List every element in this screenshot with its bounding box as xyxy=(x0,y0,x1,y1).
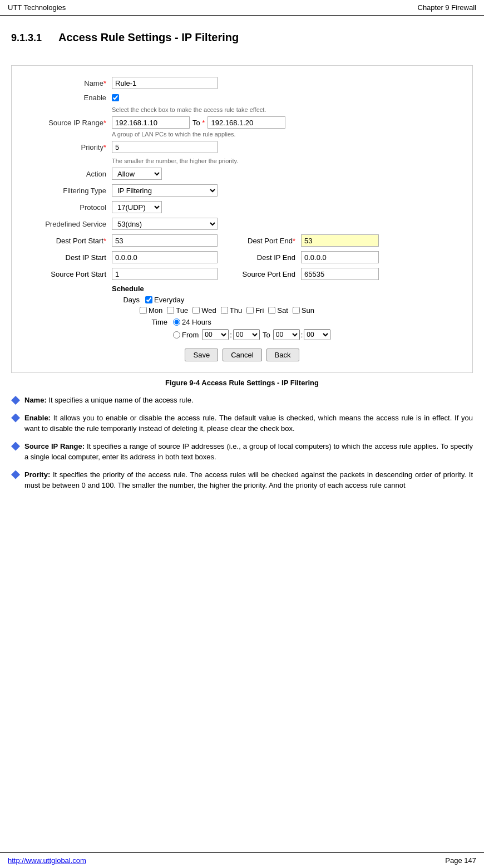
sat-label[interactable]: Sat xyxy=(268,306,288,315)
source-port-end-input[interactable] xyxy=(301,268,379,280)
dest-ip-start-col: Dest IP Start xyxy=(28,251,218,263)
dest-ip-start-label: Dest IP Start xyxy=(28,253,106,262)
desc-priority-text: Prority: It specifies the priority of th… xyxy=(24,469,473,491)
everyday-checkbox[interactable] xyxy=(145,296,152,303)
page-footer: http://www.uttglobal.com Page 147 xyxy=(0,852,484,868)
tue-checkbox[interactable] xyxy=(167,307,174,314)
page-number: Page 147 xyxy=(445,856,476,865)
source-ip-start-input[interactable] xyxy=(112,116,190,129)
desc-name-body: It specifies a unique name of the access… xyxy=(48,396,193,404)
header-right: Chapter 9 Firewall xyxy=(418,3,477,12)
action-label: Action xyxy=(28,170,106,178)
24h-radio[interactable] xyxy=(173,318,180,326)
dest-ip-end-input[interactable] xyxy=(301,251,379,263)
time-label-row: Time 24 Hours xyxy=(140,318,456,326)
action-select[interactable]: Allow Deny xyxy=(112,168,162,180)
desc-name-term: Name: xyxy=(24,396,47,404)
enable-hint: Select the check box to make the access … xyxy=(112,106,456,113)
diamond-icon-name xyxy=(11,396,20,405)
schedule-label: Schedule xyxy=(112,285,456,293)
form-container: Name* Enable Select the check box to mak… xyxy=(11,65,473,373)
from-hour-select[interactable]: 0001020304 0506070809 101112 xyxy=(202,329,229,340)
to-label: To * xyxy=(192,119,205,127)
sat-checkbox[interactable] xyxy=(268,307,275,314)
diamond-icon-source-ip xyxy=(11,442,20,451)
figure-caption: Figure 9-4 Access Rule Settings - IP Fil… xyxy=(11,379,473,387)
mon-label[interactable]: Mon xyxy=(140,306,162,315)
filtering-type-row: Filtering Type IP Filtering MAC Filterin… xyxy=(28,184,456,197)
mon-checkbox[interactable] xyxy=(140,307,147,314)
from-radio[interactable] xyxy=(173,331,180,339)
desc-source-ip: Source IP Range: It specifies a range of… xyxy=(11,441,473,463)
from-min-select[interactable]: 00153045 xyxy=(233,329,260,340)
desc-enable-term: Enable: xyxy=(24,414,51,422)
sun-label[interactable]: Sun xyxy=(293,306,314,315)
dest-port-start-input[interactable] xyxy=(112,234,218,247)
name-row: Name* xyxy=(28,77,456,89)
source-port-start-col: Source Port Start xyxy=(28,268,218,280)
section-title: Access Rule Settings - IP Filtering xyxy=(58,31,239,44)
days-label: Days xyxy=(112,296,140,304)
protocol-row: Protocol 17(UDP) 6(TCP) 1(ICMP) 0(All) xyxy=(28,201,456,213)
desc-enable: Enable: It allows you to enable or disab… xyxy=(11,413,473,434)
source-ip-label: Source IP Range* xyxy=(28,119,106,127)
wed-checkbox[interactable] xyxy=(192,307,200,314)
source-port-start-input[interactable] xyxy=(112,268,218,280)
predefined-service-select[interactable]: 53(dns) 80(http) 443(https) 21(ftp) xyxy=(112,218,218,230)
days-checkboxes-row: Mon Tue Wed Thu Fri Sat xyxy=(140,306,456,315)
sun-checkbox[interactable] xyxy=(293,307,300,314)
source-ip-row: Source IP Range* To * xyxy=(28,116,456,129)
desc-source-ip-text: Source IP Range: It specifies a range of… xyxy=(24,441,473,463)
page-content: 9.1.3.1 Access Rule Settings - IP Filter… xyxy=(0,16,484,531)
filtering-type-select[interactable]: IP Filtering MAC Filtering URL Filtering xyxy=(112,184,218,197)
desc-priority-term: Prority: xyxy=(24,470,50,479)
time-label: Time xyxy=(140,318,167,326)
24h-radio-label[interactable]: 24 Hours xyxy=(173,318,211,326)
to-min-select[interactable]: 00153045 xyxy=(304,329,330,340)
save-button[interactable]: Save xyxy=(185,349,218,361)
dest-port-start-col: Dest Port Start* xyxy=(28,234,218,247)
diamond-icon-enable xyxy=(11,414,20,423)
everyday-label[interactable]: Everyday xyxy=(145,296,184,304)
desc-priority-body: It specifies the priority of the access … xyxy=(24,470,473,490)
page-header: UTT Technologies Chapter 9 Firewall xyxy=(0,0,484,16)
days-row: Days Everyday xyxy=(112,296,456,304)
priority-input[interactable] xyxy=(112,141,218,153)
dest-port-end-col: Dest Port End* xyxy=(229,234,379,247)
time-to-label: To xyxy=(263,331,270,339)
name-input[interactable] xyxy=(112,77,218,89)
priority-label: Priority* xyxy=(28,143,106,151)
time-from-row: From 0001020304 0506070809 101112 : 0015… xyxy=(173,329,456,340)
dest-ip-row: Dest IP Start Dest IP End xyxy=(28,251,456,263)
from-radio-label[interactable]: From xyxy=(173,331,199,339)
thu-checkbox[interactable] xyxy=(221,307,228,314)
fri-checkbox[interactable] xyxy=(246,307,254,314)
desc-name: Name: It specifies a unique name of the … xyxy=(11,395,473,406)
source-ip-end-input[interactable] xyxy=(208,116,285,129)
cancel-button[interactable]: Cancel xyxy=(223,349,261,361)
desc-enable-text: Enable: It allows you to enable or disab… xyxy=(24,413,473,434)
dest-port-end-label: Dest Port End* xyxy=(229,237,295,245)
predefined-service-label: Predefined Service xyxy=(28,220,106,228)
desc-priority: Prority: It specifies the priority of th… xyxy=(11,469,473,491)
wed-label[interactable]: Wed xyxy=(192,306,216,315)
priority-hint: The smaller the number, the higher the p… xyxy=(112,158,456,164)
filtering-type-label: Filtering Type xyxy=(28,187,106,195)
to-hour-select[interactable]: 0001020304 0506070809 101112 xyxy=(273,329,300,340)
footer-link[interactable]: http://www.uttglobal.com xyxy=(8,856,86,865)
fri-label[interactable]: Fri xyxy=(246,306,264,315)
protocol-label: Protocol xyxy=(28,203,106,212)
source-port-end-col: Source Port End xyxy=(229,268,379,280)
thu-label[interactable]: Thu xyxy=(221,306,242,315)
time-section: Time 24 Hours From 0001020304 0506070809… xyxy=(112,318,456,340)
dest-ip-end-label: Dest IP End xyxy=(229,253,295,262)
desc-enable-body: It allows you to enable or disable the a… xyxy=(24,414,473,433)
predefined-service-row: Predefined Service 53(dns) 80(http) 443(… xyxy=(28,218,456,230)
back-button[interactable]: Back xyxy=(266,349,299,361)
tue-label[interactable]: Tue xyxy=(167,306,188,315)
from-colon: : xyxy=(230,331,232,339)
protocol-select[interactable]: 17(UDP) 6(TCP) 1(ICMP) 0(All) xyxy=(112,201,162,213)
enable-checkbox[interactable] xyxy=(112,94,119,101)
dest-port-end-input[interactable] xyxy=(301,234,379,247)
dest-ip-start-input[interactable] xyxy=(112,251,218,263)
